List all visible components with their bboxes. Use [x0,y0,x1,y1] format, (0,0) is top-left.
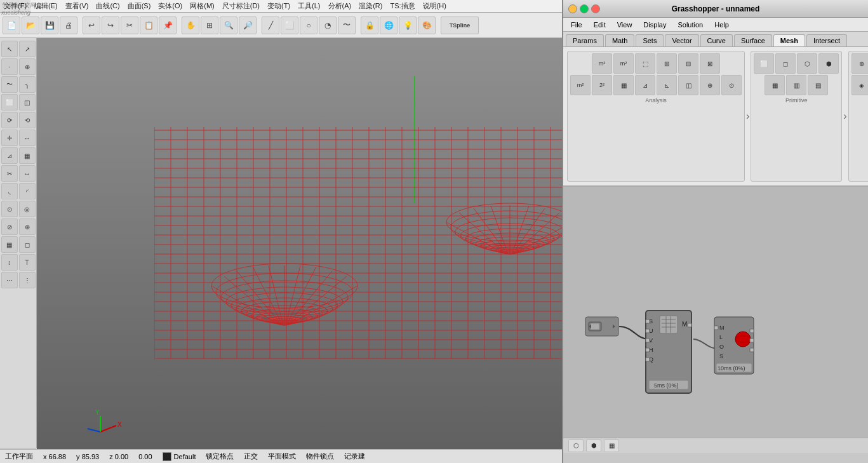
ribbon-btn-prim6[interactable]: ▥ [786,75,806,95]
ribbon-btn-prim3[interactable]: ⬡ [797,53,817,74]
osnap-label[interactable]: 物件锁点 [306,452,334,461]
tool-point[interactable]: · [1,58,18,75]
tool-chamfer[interactable]: ◜ [19,183,36,199]
ribbon-btn-analyze5[interactable]: ⊟ [678,53,698,74]
tool-boolean2[interactable]: ⊛ [19,218,36,235]
viewport[interactable]: Perspective ↗ // This will be drawn belo… [37,38,562,451]
tool-boolean[interactable]: ⊘ [1,218,18,235]
tab-params[interactable]: Params [566,34,604,46]
menu-transform[interactable]: 变动(T) [264,0,294,12]
tool-text[interactable]: T [19,254,36,271]
menu-solid[interactable]: 实体(O) [154,0,186,12]
menu-analyze[interactable]: 分析(A) [324,0,356,12]
snap-label[interactable]: 锁定格点 [206,452,234,461]
ribbon-btn-prim5[interactable]: ▦ [765,75,785,95]
menu-surface[interactable]: 曲面(S) [124,0,155,12]
tb-line[interactable]: ╱ [262,17,279,34]
tb-open[interactable]: 📂 [22,17,39,34]
tb-cut[interactable]: ✂ [121,17,138,34]
ribbon-btn-extra5[interactable]: ◈ [851,75,868,95]
tb-redo[interactable]: ↪ [102,17,119,34]
menu-mesh[interactable]: 网格(M) [186,0,218,12]
gh-bottom-btn1[interactable]: ⬡ [568,440,584,452]
menu-render[interactable]: 渲染(R) [355,0,386,12]
tool-mirror[interactable]: ⊿ [1,147,18,164]
tool-curve[interactable]: 〜 [1,76,18,93]
tb-zoom-out[interactable]: 🔎 [239,17,257,34]
tool-mesh[interactable]: ▦ [1,236,18,253]
ribbon-btn-analyze14[interactable]: ⊙ [721,75,742,95]
menu-view[interactable]: 查看(V) [62,0,93,12]
tool-more2[interactable]: ⋮ [19,272,36,288]
tb-tspline[interactable]: TSpline [441,17,479,34]
tool-surface[interactable]: ⬜ [1,94,18,111]
gh-menu-file[interactable]: File [566,20,587,30]
ribbon-btn-analyze2[interactable]: m² [613,53,634,74]
ribbon-btn-prim4[interactable]: ⬢ [818,53,839,74]
tb-copy[interactable]: 📋 [140,17,157,34]
ribbon-btn-analyze8[interactable]: 2² [592,75,612,95]
gh-maximize-btn[interactable] [580,4,589,13]
gh-bottom-btn3[interactable]: ▦ [604,440,619,452]
menu-tools[interactable]: 工具(L) [294,0,324,12]
tb-zoom-in[interactable]: 🔍 [220,17,237,34]
tool-surface2[interactable]: ◫ [19,94,36,111]
gh-minimize-btn[interactable] [568,4,577,13]
gh-canvas[interactable]: S U V M H Q [563,187,868,438]
tb-print[interactable]: 🖨 [60,17,77,34]
gh-menu-view[interactable]: View [612,20,638,30]
tool-curve2[interactable]: ╮ [19,76,36,93]
gh-menu-help[interactable]: Help [709,20,734,30]
tool-rotate2[interactable]: ⟲ [19,112,36,128]
ribbon-btn-extra1[interactable]: ⊕ [851,53,868,74]
tool-scale[interactable]: ↔ [19,130,36,146]
ribbon-btn-prim7[interactable]: ▤ [808,75,828,95]
gh-menu-solution[interactable]: Solution [672,20,708,30]
record-label[interactable]: 记录建 [344,452,365,461]
node-slider[interactable] [585,317,618,336]
tab-vector[interactable]: Vector [665,34,698,46]
gh-menu-display[interactable]: Display [638,20,671,30]
tool-rotate[interactable]: ⟳ [1,112,18,128]
planar-label[interactable]: 平面模式 [268,452,296,461]
tb-save[interactable]: 💾 [41,17,58,34]
tb-undo[interactable]: ↩ [83,17,100,34]
tool-select[interactable]: ↖ [1,41,18,57]
tb-circle[interactable]: ○ [300,17,317,34]
gh-menu-edit[interactable]: Edit [589,20,611,30]
menu-tspline[interactable]: TS:插意 [386,0,418,12]
tb-new[interactable]: 📄 [3,17,20,34]
tab-intersect[interactable]: Intersect [806,34,847,46]
menu-curve[interactable]: 曲线(C) [92,0,123,12]
ribbon-btn-analyze1[interactable]: m² [592,53,612,74]
tool-point2[interactable]: ⊕ [19,58,36,75]
tab-surface[interactable]: Surface [734,34,772,46]
menu-dim[interactable]: 尺寸标注(D) [218,0,264,12]
ortho-label[interactable]: 正交 [244,452,258,461]
menu-help[interactable]: 说明(H) [419,0,450,12]
tab-mesh[interactable]: Mesh [773,34,805,46]
tb-material[interactable]: 🎨 [418,17,436,34]
ribbon-btn-prim1[interactable]: ⬜ [754,53,774,74]
tool-trim[interactable]: ✂ [1,165,18,182]
node-mesh-output[interactable]: M L O S 10ms (0%) [714,317,754,374]
tool-array[interactable]: ▦ [19,147,36,164]
tab-curve[interactable]: Curve [700,34,733,46]
tb-arc[interactable]: ◔ [319,17,337,34]
tool-solid[interactable]: ◻ [19,236,36,253]
ribbon-btn-analyze7[interactable]: m² [570,75,591,95]
tool-dim[interactable]: ↕ [1,254,18,271]
ribbon-btn-analyze3[interactable]: ⬚ [635,53,655,74]
tb-curve[interactable]: 〜 [338,17,356,34]
tb-snap[interactable]: 🔒 [361,17,378,34]
ribbon-btn-analyze13[interactable]: ⊕ [700,75,720,95]
gh-bottom-btn2[interactable]: ⬢ [586,440,601,452]
ribbon-btn-prim2[interactable]: ◻ [775,53,796,74]
ribbon-btn-analyze4[interactable]: ⊞ [657,53,677,74]
gh-close-btn[interactable] [591,4,600,13]
tool-project[interactable]: ◎ [19,201,36,217]
tool-fillet[interactable]: ◟ [1,183,18,199]
tool-extend[interactable]: ↔ [19,165,36,182]
ribbon-btn-analyze11[interactable]: ⊾ [657,75,677,95]
tool-more[interactable]: ⋯ [1,272,18,288]
